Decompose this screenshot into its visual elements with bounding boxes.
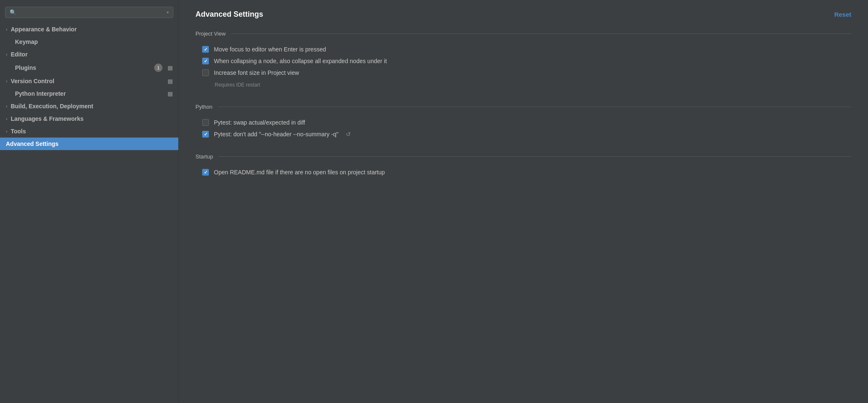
sidebar-item-label: Keymap [15, 38, 38, 45]
page-header: Advanced Settings Reset [195, 10, 851, 19]
checkbox-move-focus[interactable] [202, 46, 209, 53]
sidebar-item-editor[interactable]: ›Editor [0, 48, 178, 61]
section-divider [219, 156, 851, 157]
sidebar-item-version-control[interactable]: ›Version Control▤ [0, 75, 178, 87]
checkbox-label: Pytest: don't add "--no-header --no-summ… [214, 131, 338, 138]
section-header-project-view: Project View [195, 31, 851, 37]
sidebar-item-label: Languages & Frameworks [11, 115, 84, 122]
sidebar-item-label: Plugins [15, 64, 36, 71]
section-title: Python [195, 104, 212, 110]
settings-icon: ▤ [168, 78, 173, 84]
undo-icon: ↺ [346, 131, 351, 138]
checkbox-label: Open README.md file if there are no open… [214, 169, 385, 176]
sidebar: 🔍 ▾ ›Appearance & BehaviorKeymap›EditorP… [0, 0, 179, 403]
section-divider [218, 107, 851, 107]
sidebar-icons-right: ▤ [168, 91, 173, 97]
section-title: Startup [195, 153, 213, 160]
main-content: Advanced Settings Reset Project View Mov… [179, 0, 868, 403]
sidebar-item-build[interactable]: ›Build, Execution, Deployment [0, 100, 178, 112]
checkbox-row-inner: Increase font size in Project view [202, 69, 299, 76]
checkbox-row-increase-font: Increase font size in Project view Requi… [195, 67, 851, 90]
checkbox-row-open-readme: Open README.md file if there are no open… [195, 166, 851, 178]
checkbox-label: Increase font size in Project view [214, 69, 299, 76]
sidebar-item-python-interpreter[interactable]: Python Interpreter▤ [0, 87, 178, 100]
chevron-icon: › [6, 52, 8, 57]
chevron-icon: › [6, 79, 8, 84]
checkbox-label: When collapsing a node, also collapse al… [214, 58, 387, 64]
sidebar-item-keymap[interactable]: Keymap [0, 36, 178, 48]
section-divider [231, 33, 851, 34]
sidebar-item-label: Build, Execution, Deployment [11, 103, 94, 110]
sidebar-item-plugins[interactable]: Plugins1▤ [0, 61, 178, 75]
checkbox-pytest-no-header[interactable] [202, 131, 209, 138]
checkbox-open-readme[interactable] [202, 169, 209, 176]
sidebar-item-languages[interactable]: ›Languages & Frameworks [0, 112, 178, 125]
section-title: Project View [195, 31, 226, 37]
chevron-icon: › [6, 129, 8, 134]
sidebar-icons-right: ▤ [168, 78, 173, 84]
sidebar-item-label: Tools [11, 128, 26, 135]
search-bar[interactable]: 🔍 ▾ [5, 7, 173, 18]
chevron-icon: › [6, 27, 8, 32]
sidebar-item-label: Version Control [11, 78, 54, 84]
sidebar-item-label: Appearance & Behavior [11, 26, 77, 33]
section-startup: Startup Open README.md file if there are… [195, 153, 851, 178]
checkbox-pytest-swap[interactable] [202, 119, 209, 126]
checkbox-increase-font[interactable] [202, 69, 209, 76]
subtext-increase-font: Requires IDE restart [215, 82, 260, 88]
search-input[interactable] [19, 9, 164, 15]
search-icon: 🔍 [10, 9, 16, 15]
sections-container: Project View Move focus to editor when E… [195, 31, 851, 178]
checkbox-row-collapse-nodes: When collapsing a node, also collapse al… [195, 55, 851, 67]
sidebar-item-advanced-settings[interactable]: Advanced Settings [0, 138, 178, 150]
chevron-icon: › [6, 116, 8, 121]
section-header-startup: Startup [195, 153, 851, 160]
sidebar-item-label: Editor [11, 51, 28, 58]
checkbox-row-pytest-swap: Pytest: swap actual/expected in diff [195, 117, 851, 128]
settings-icon: ▤ [168, 65, 173, 71]
reset-button[interactable]: Reset [834, 11, 851, 18]
sidebar-item-tools[interactable]: ›Tools [0, 125, 178, 138]
chevron-icon: › [6, 104, 8, 109]
section-project-view: Project View Move focus to editor when E… [195, 31, 851, 90]
sidebar-item-label: Python Interpreter [15, 90, 66, 97]
section-header-python: Python [195, 104, 851, 110]
page-title: Advanced Settings [195, 10, 263, 19]
settings-icon: ▤ [168, 91, 173, 97]
search-dropdown-icon: ▾ [167, 10, 169, 15]
checkbox-row-move-focus: Move focus to editor when Enter is press… [195, 43, 851, 55]
section-python: Python Pytest: swap actual/expected in d… [195, 104, 851, 140]
sidebar-item-appearance[interactable]: ›Appearance & Behavior [0, 23, 178, 36]
checkbox-collapse-nodes[interactable] [202, 58, 209, 64]
badge: 1 [154, 64, 162, 72]
sidebar-icons-right: 1▤ [154, 64, 173, 72]
checkbox-label: Move focus to editor when Enter is press… [214, 46, 326, 53]
sidebar-nav: ›Appearance & BehaviorKeymap›EditorPlugi… [0, 23, 178, 150]
checkbox-row-pytest-no-header: Pytest: don't add "--no-header --no-summ… [195, 128, 851, 140]
checkbox-label: Pytest: swap actual/expected in diff [214, 119, 305, 126]
sidebar-item-label: Advanced Settings [6, 140, 58, 147]
